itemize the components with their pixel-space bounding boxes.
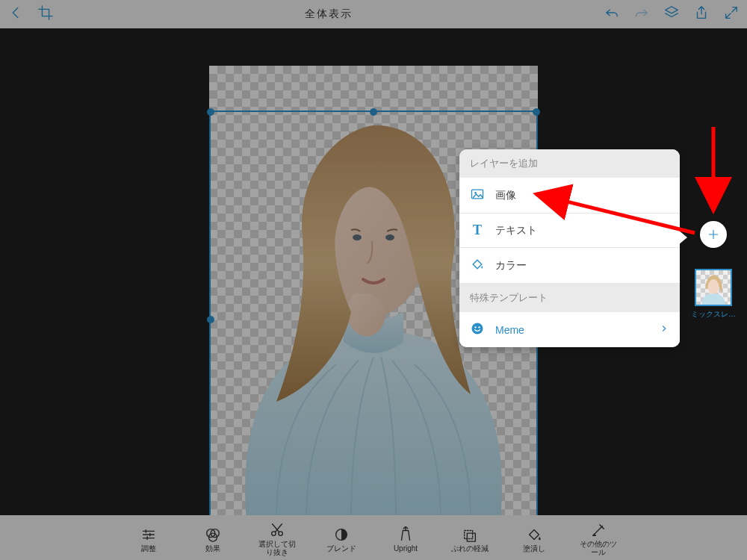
tool-cutout[interactable]: 選択して切り抜き [256, 522, 298, 556]
layers-icon[interactable] [663, 4, 680, 24]
blend-icon [333, 526, 350, 543]
bottom-toolbar: 調整 効果 選択して切り抜き ブレンド Upright ぶれの軽減 塗潰し その… [0, 515, 747, 560]
tool-label: ぶれの軽減 [451, 544, 489, 553]
tool-adjust[interactable]: 調整 [128, 526, 170, 553]
tool-blend[interactable]: ブレンド [320, 526, 362, 553]
popover-item-label: テキスト [495, 224, 537, 237]
popover-item-label: カラー [495, 259, 527, 273]
selection-handle-mid-top[interactable] [370, 108, 377, 116]
svg-point-13 [472, 323, 483, 335]
crop-icon[interactable] [37, 4, 54, 24]
layer-thumbnail[interactable] [695, 269, 732, 306]
popover-item-meme[interactable]: Meme [459, 312, 680, 347]
tool-upright[interactable]: Upright [385, 526, 427, 553]
cutout-icon [269, 522, 285, 538]
svg-point-16 [708, 279, 719, 294]
tool-label: 選択して切り抜き [256, 540, 298, 556]
fill-icon [526, 526, 542, 543]
tool-reduce-blur[interactable]: ぶれの軽減 [449, 526, 491, 553]
popover-item-label: 画像 [495, 189, 516, 202]
add-layer-popover: レイヤーを追加 画像 T テキスト カラー 特殊テンプレート Meme [459, 149, 680, 347]
tool-fill[interactable]: 塗潰し [513, 526, 555, 553]
upright-icon [397, 526, 414, 543]
layer-thumbnail-label: ミックスレ… [686, 309, 741, 320]
chevron-right-icon [659, 323, 669, 336]
tool-label: 効果 [205, 544, 220, 553]
undo-icon[interactable] [604, 4, 620, 24]
reduce-blur-icon [462, 526, 478, 543]
plus-icon [707, 228, 720, 241]
share-icon[interactable] [693, 4, 710, 24]
image-icon [470, 187, 485, 204]
tool-label: 調整 [141, 544, 156, 553]
expand-icon[interactable] [723, 4, 740, 24]
selection-handle-mid-left[interactable] [207, 316, 214, 323]
tool-more[interactable]: その他のツール [577, 522, 619, 556]
color-fill-icon [470, 257, 485, 274]
popover-pointer [678, 230, 687, 245]
svg-rect-10 [467, 533, 475, 541]
svg-point-14 [474, 326, 476, 328]
popover-item-image[interactable]: 画像 [459, 178, 680, 214]
add-layer-button[interactable] [700, 221, 727, 248]
back-icon[interactable] [7, 4, 24, 24]
effects-icon [205, 526, 221, 543]
adjust-icon [140, 526, 157, 543]
svg-rect-9 [465, 530, 473, 538]
selection-handle-top-left[interactable] [207, 108, 214, 116]
tool-label: Upright [394, 544, 418, 553]
meme-smiley-icon [470, 321, 485, 338]
more-tools-icon [590, 522, 607, 538]
popover-item-text[interactable]: T テキスト [459, 214, 680, 248]
popover-section-title: レイヤーを追加 [459, 149, 680, 178]
top-toolbar: 全体表示 [0, 0, 747, 28]
view-title: 全体表示 [54, 7, 604, 21]
tool-label: その他のツール [577, 540, 619, 556]
tool-label: ブレンド [326, 544, 356, 553]
redo-icon[interactable] [633, 4, 650, 24]
svg-point-15 [478, 326, 480, 328]
tool-effects[interactable]: 効果 [192, 526, 234, 553]
popover-section-title-2: 特殊テンプレート [459, 284, 680, 312]
text-icon: T [470, 223, 485, 238]
popover-item-color[interactable]: カラー [459, 248, 680, 284]
popover-item-label: Meme [495, 324, 524, 336]
selection-handle-top-right[interactable] [533, 108, 540, 116]
tool-label: 塗潰し [523, 544, 545, 553]
